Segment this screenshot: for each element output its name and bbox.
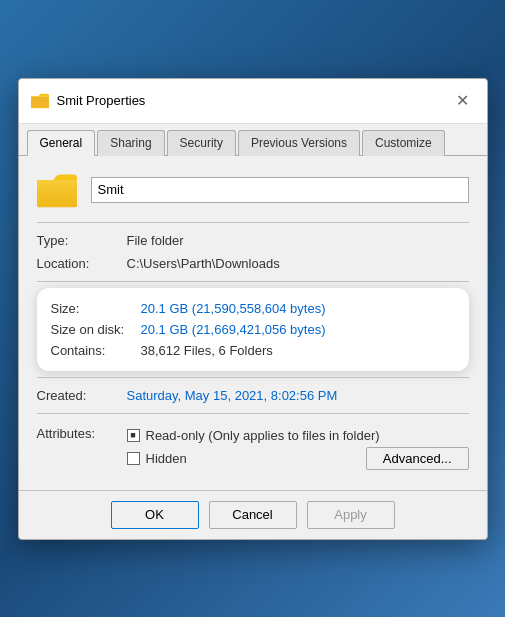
divider-1 xyxy=(37,222,469,223)
dialog-title: Smit Properties xyxy=(57,93,146,108)
tab-customize[interactable]: Customize xyxy=(362,130,445,156)
folder-name-input[interactable] xyxy=(91,177,469,203)
created-label: Created: xyxy=(37,388,127,403)
attributes-row: Attributes: Read-only (Only applies to f… xyxy=(37,420,469,474)
tab-security[interactable]: Security xyxy=(167,130,236,156)
created-row: Created: Saturday, May 15, 2021, 8:02:56… xyxy=(37,384,469,407)
folder-icon-large xyxy=(37,172,77,208)
tab-content: Type: File folder Location: C:\Users\Par… xyxy=(19,156,487,490)
tabs-bar: General Sharing Security Previous Versio… xyxy=(19,124,487,156)
tab-previous-versions[interactable]: Previous Versions xyxy=(238,130,360,156)
divider-2 xyxy=(37,281,469,282)
svg-rect-1 xyxy=(31,96,49,107)
size-value: 20.1 GB (21,590,558,604 bytes) xyxy=(141,301,326,316)
created-value: Saturday, May 15, 2021, 8:02:56 PM xyxy=(127,388,338,403)
readonly-row: Read-only (Only applies to files in fold… xyxy=(127,428,469,443)
location-value: C:\Users\Parth\Downloads xyxy=(127,256,280,271)
title-bar-left: Smit Properties xyxy=(31,93,146,109)
location-label: Location: xyxy=(37,256,127,271)
dialog-footer: OK Cancel Apply xyxy=(19,490,487,539)
ok-button[interactable]: OK xyxy=(111,501,199,529)
properties-dialog: Smit Properties ✕ General Sharing Securi… xyxy=(18,78,488,540)
tab-general[interactable]: General xyxy=(27,130,96,156)
readonly-label: Read-only (Only applies to files in fold… xyxy=(146,428,380,443)
svg-rect-4 xyxy=(37,180,77,206)
attributes-label: Attributes: xyxy=(37,424,127,441)
type-label: Type: xyxy=(37,233,127,248)
tab-sharing[interactable]: Sharing xyxy=(97,130,164,156)
contains-label: Contains: xyxy=(51,343,141,358)
advanced-button[interactable]: Advanced... xyxy=(366,447,469,470)
attributes-controls: Read-only (Only applies to files in fold… xyxy=(127,424,469,470)
cancel-button[interactable]: Cancel xyxy=(209,501,297,529)
apply-button[interactable]: Apply xyxy=(307,501,395,529)
location-row: Location: C:\Users\Parth\Downloads xyxy=(37,252,469,275)
type-row: Type: File folder xyxy=(37,229,469,252)
size-on-disk-value: 20.1 GB (21,669,421,056 bytes) xyxy=(141,322,326,337)
size-row: Size: 20.1 GB (21,590,558,604 bytes) xyxy=(51,298,455,319)
contains-value: 38,612 Files, 6 Folders xyxy=(141,343,273,358)
title-folder-icon xyxy=(31,93,49,109)
divider-3 xyxy=(37,377,469,378)
hidden-label: Hidden xyxy=(146,451,187,466)
folder-name-row xyxy=(37,172,469,208)
divider-4 xyxy=(37,413,469,414)
readonly-checkbox[interactable] xyxy=(127,429,140,442)
title-bar: Smit Properties ✕ xyxy=(19,79,487,124)
size-on-disk-row: Size on disk: 20.1 GB (21,669,421,056 by… xyxy=(51,319,455,340)
type-value: File folder xyxy=(127,233,184,248)
size-on-disk-label: Size on disk: xyxy=(51,322,141,337)
hidden-row: Hidden xyxy=(127,451,187,466)
hidden-checkbox[interactable] xyxy=(127,452,140,465)
close-button[interactable]: ✕ xyxy=(451,89,475,113)
size-label: Size: xyxy=(51,301,141,316)
size-info-box: Size: 20.1 GB (21,590,558,604 bytes) Siz… xyxy=(37,288,469,371)
contains-row: Contains: 38,612 Files, 6 Folders xyxy=(51,340,455,361)
